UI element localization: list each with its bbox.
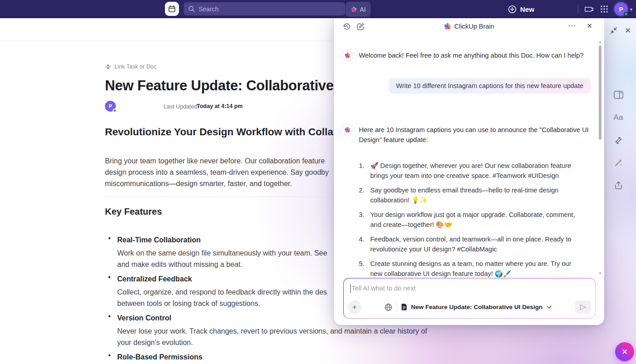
bot-message-welcome: Welcome back! Feel free to ask me anythi… [341, 49, 596, 61]
captions-list: 🚀 Design together, wherever you are! Our… [359, 161, 577, 283]
swap-arrows-icon [614, 136, 623, 145]
online-status-dot [624, 12, 628, 16]
search-placeholder: Search [199, 5, 219, 13]
doc-icon [401, 304, 407, 310]
collapse-icon [610, 26, 618, 34]
new-button[interactable]: New [508, 4, 534, 15]
caption-item: Feedback, version control, and teamwork—… [359, 234, 577, 254]
brain-flower-icon [351, 6, 357, 13]
author-avatar[interactable]: P [105, 101, 116, 112]
ai-button-label: AI [360, 6, 366, 13]
ai-button[interactable]: AI [346, 2, 371, 17]
panel-scrollbar[interactable] [599, 45, 601, 140]
share-button[interactable] [612, 181, 624, 190]
caption-item: 🚀 Design together, wherever you are! Our… [359, 161, 577, 181]
welcome-message-text: Welcome back! Feel free to ask me anythi… [359, 49, 590, 61]
byline-divider [119, 103, 119, 110]
ai-fab-close-button[interactable]: ✕ [615, 342, 634, 361]
ai-input-container: Tell AI what to do next + New Feature Up… [343, 278, 596, 319]
clip-record-button[interactable] [584, 4, 594, 14]
link-task-label: Link Task or Doc [114, 64, 156, 70]
doc-intro-paragraph: Bring your team together like never befo… [105, 155, 341, 189]
ai-input[interactable]: Tell AI what to do next + New Feature Up… [344, 279, 595, 318]
caption-item: Create stunning designs as a team, no ma… [359, 259, 577, 279]
context-divider [397, 303, 397, 312]
clickup-brain-panel: ClickUp Brain ⋯ ✕ Welcome back! Feel fre… [334, 14, 604, 325]
caption-item: Say goodbye to endless email threads—hel… [359, 185, 577, 205]
magic-wand-icon [614, 158, 623, 167]
brain-panel-title: ClickUp Brain [334, 23, 604, 30]
feature-item: Role-Based Permissions [105, 351, 441, 363]
apps-grid-button[interactable] [600, 5, 609, 14]
author-online-dot [113, 108, 117, 113]
share-icon [614, 181, 623, 190]
close-view-button[interactable]: ✕ [625, 26, 631, 35]
user-message-bubble: Write 10 different Instagram captions fo… [389, 78, 591, 93]
last-updated-label: Last Updated: [164, 103, 199, 110]
context-selector[interactable]: New Feature Update: Collaborative UI Des… [384, 303, 552, 312]
chevron-down-icon [547, 305, 552, 309]
brain-avatar [341, 123, 353, 136]
input-placeholder: Tell AI what to do next [352, 285, 416, 292]
text-cursor [350, 284, 351, 293]
relationships-button[interactable] [612, 136, 624, 145]
plus-circle-icon [508, 5, 517, 14]
calendar-icon [168, 5, 176, 13]
send-icon [579, 304, 586, 310]
top-bar: Search AI New P ▾ [0, 0, 636, 18]
last-updated-value: Today at 4:14 pm [197, 103, 243, 109]
collapse-panel-button[interactable] [610, 26, 618, 34]
panel-more-button[interactable]: ⋯ [568, 21, 576, 30]
response-intro-text: Here are 10 Instagram captions you can u… [359, 123, 590, 145]
scroll-up-arrow[interactable]: ▲ [598, 40, 602, 44]
panel-close-button[interactable]: ✕ [586, 22, 592, 30]
context-doc-label: New Feature Update: Collaborative UI Des… [411, 304, 543, 310]
page-details-button[interactable] [612, 91, 624, 99]
brain-flower-icon [344, 127, 351, 133]
input-actions-row: + New Feature Update: Collaborative UI D… [344, 300, 595, 314]
send-button[interactable] [575, 300, 591, 314]
new-button-label: New [520, 5, 534, 13]
user-avatar[interactable]: P [614, 2, 628, 16]
globe-icon [384, 303, 393, 311]
app-window: Search AI New P ▾ Link Task or Doc New [0, 0, 636, 364]
input-placeholder-row: Tell AI what to do next [350, 284, 416, 293]
search-icon [188, 5, 195, 12]
grid-dots-icon [600, 5, 609, 14]
bot-message-response: Here are 10 Instagram captions you can u… [341, 123, 596, 145]
caption-item: Your design workflow just got a major up… [359, 210, 577, 230]
avatar-chevron-icon[interactable]: ▾ [630, 7, 632, 12]
clip-icon [584, 4, 594, 14]
side-panel-icon [614, 91, 623, 99]
topbar-divider [578, 5, 578, 14]
scroll-down-arrow[interactable]: ▼ [598, 271, 602, 275]
typography-button[interactable]: Aa [612, 113, 624, 122]
brain-flower-icon [444, 23, 451, 30]
avatar-initial: P [619, 6, 623, 13]
attach-button[interactable]: + [348, 300, 362, 314]
ai-tools-button[interactable] [612, 158, 624, 167]
calendar-button[interactable] [165, 2, 179, 16]
search-input[interactable]: Search [184, 2, 345, 15]
brain-flower-icon [344, 52, 351, 59]
link-icon [105, 64, 111, 70]
feature-body: Never lose your work. Track changes, rev… [117, 325, 453, 348]
brain-avatar [341, 49, 353, 61]
feature-title: Role-Based Permissions [117, 351, 441, 363]
